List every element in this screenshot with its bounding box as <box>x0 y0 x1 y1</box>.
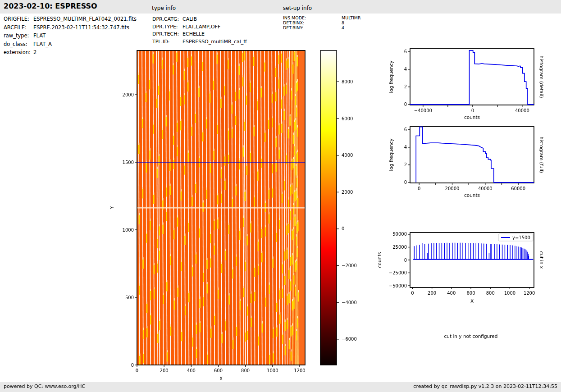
histogram_full-right-label: histogram (full) <box>539 137 544 173</box>
cut-in-x-y-tick-label: −50000 <box>389 283 407 288</box>
main-image-x-tick-label: 200 <box>160 368 169 373</box>
histogram_full-x-tick-label: 0 <box>418 186 420 191</box>
histogram_full-x-tick-label: 20000 <box>445 186 460 191</box>
cut-in-x-x-tick-label: 1000 <box>504 291 515 296</box>
histogram_detail-y-axis-label: log frequency <box>388 60 394 93</box>
cut-in-x-y-tick-label: 0 <box>404 258 407 263</box>
colorbar-tick-label: −2000 <box>342 263 357 268</box>
histogram_full-y-tick-label: 6 <box>404 127 407 132</box>
histogram_detail-series-line <box>410 50 534 105</box>
main-image-spines <box>137 50 305 365</box>
main-image-x-tick-label: 1000 <box>267 368 278 373</box>
main-image-x-tick-label: 1200 <box>294 368 305 373</box>
histogram_full-series-line <box>416 127 534 182</box>
main-image-y-tick-label: 1000 <box>123 228 134 232</box>
main-image-y-axis-label: Y <box>109 206 114 210</box>
cut-in-y-message: cut in y not configured <box>426 333 516 339</box>
main-image-y-tick-label: 500 <box>125 295 134 300</box>
histogram_detail-x-tick-label: 0 <box>471 108 474 113</box>
histogram_detail-x-tick-label: −40000 <box>414 108 432 113</box>
histogram_full-x-tick-label: 60000 <box>511 186 525 191</box>
cut-in-x-y-tick-label: −25000 <box>389 270 407 275</box>
main-image-x-axis-label: X <box>219 376 223 381</box>
colorbar-tick-label: 8000 <box>342 79 353 84</box>
histogram_detail-y-tick-label: 6 <box>404 49 407 54</box>
colorbar-tick-label: 0 <box>342 226 344 231</box>
histogram_full-y-axis-label: log frequency <box>388 138 394 171</box>
cut-in-x-right-label: cut in x <box>539 251 544 269</box>
cut-in-x-y-axis-label: counts <box>377 252 382 268</box>
footer-bar: powered by QC: www.eso.org/HC created by… <box>0 382 561 392</box>
footer-powered-by: powered by QC: www.eso.org/HC <box>4 383 85 389</box>
cut-in-x-x-tick-label: 0 <box>411 291 414 296</box>
colorbar-tick-label: 6000 <box>342 116 353 121</box>
main-image-y-tick-label: 2000 <box>123 92 134 97</box>
colorbar-tick-label: −4000 <box>342 300 357 305</box>
histogram_full-spines <box>410 127 534 183</box>
main-image-x-tick-label: 600 <box>214 368 223 373</box>
main-image-x-tick-label: 0 <box>136 368 138 373</box>
histogram_detail-x-tick-label: 40000 <box>515 108 529 113</box>
histogram_detail-y-tick-label: 2 <box>404 84 407 89</box>
colorbar-tick-label: 2000 <box>342 190 353 195</box>
colorbar-tick-label: 4000 <box>342 153 353 158</box>
main-image-y-tick-label: 1500 <box>123 160 134 165</box>
histogram_full-x-axis-label: counts <box>464 192 480 198</box>
histogram_detail-y-tick-label: 0 <box>404 102 407 107</box>
cut-in-x-y-tick-label: 25000 <box>392 245 407 250</box>
footer-created-by: created by qc_rawdisp.py v1.2.3 on 2023-… <box>413 383 557 389</box>
histogram_detail-spines <box>410 49 534 105</box>
qc-report-page: 2023-02-10: ESPRESSO type info set-up in… <box>0 0 561 392</box>
main-image-x-tick-label: 800 <box>241 368 250 373</box>
cut-in-x-x-tick-label: 1200 <box>524 291 535 296</box>
cut-in-x-x-tick-label: 600 <box>466 291 475 296</box>
colorbar-spines <box>320 50 337 365</box>
histogram_full-y-tick-label: 0 <box>404 180 407 185</box>
cut-in-x-y-tick-label: 50000 <box>392 232 407 237</box>
cut-in-x-x-tick-label: 200 <box>428 291 436 296</box>
cut-in-x-x-axis-label: X <box>470 298 474 304</box>
histogram_detail-right-label: histogram (detail) <box>539 55 544 98</box>
histogram_full-y-tick-label: 4 <box>404 145 407 150</box>
main-image-y-tick-label: 0 <box>131 363 134 368</box>
histogram_full-y-tick-label: 2 <box>404 162 407 167</box>
legend-label: y=1500 <box>512 235 530 240</box>
cut-in-x-x-tick-label: 400 <box>447 291 456 296</box>
histogram_full-x-tick-label: 40000 <box>478 186 493 191</box>
cut-in-x-x-tick-label: 800 <box>486 291 495 296</box>
histogram_detail-y-tick-label: 4 <box>404 67 407 72</box>
colorbar-tick-label: −6000 <box>342 337 357 342</box>
histogram_detail-x-axis-label: counts <box>464 114 480 120</box>
main-image-x-tick-label: 400 <box>187 368 196 373</box>
